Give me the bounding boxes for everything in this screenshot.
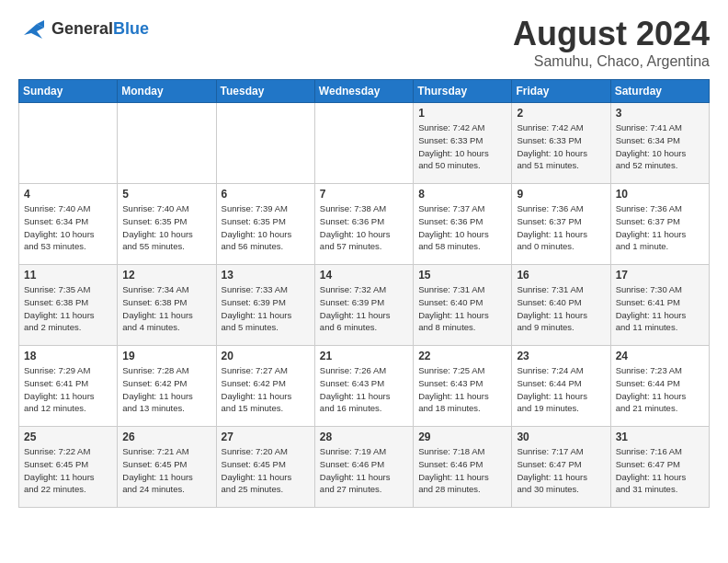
day-info: Sunrise: 7:19 AM Sunset: 6:46 PM Dayligh…: [320, 445, 408, 496]
calendar-cell: [216, 103, 314, 184]
day-info: Sunrise: 7:25 AM Sunset: 6:43 PM Dayligh…: [418, 364, 506, 415]
logo-general: General: [51, 19, 113, 38]
day-number: 5: [122, 188, 210, 201]
day-number: 29: [418, 431, 506, 443]
calendar-cell: [314, 103, 413, 184]
calendar-cell: 8Sunrise: 7:37 AM Sunset: 6:36 PM Daylig…: [414, 184, 512, 265]
day-number: 8: [418, 188, 506, 201]
calendar-cell: 20Sunrise: 7:27 AM Sunset: 6:42 PM Dayli…: [216, 346, 314, 427]
day-info: Sunrise: 7:28 AM Sunset: 6:42 PM Dayligh…: [122, 364, 210, 415]
day-info: Sunrise: 7:27 AM Sunset: 6:42 PM Dayligh…: [222, 364, 310, 415]
day-info: Sunrise: 7:24 AM Sunset: 6:44 PM Dayligh…: [517, 364, 605, 415]
day-info: Sunrise: 7:31 AM Sunset: 6:40 PM Dayligh…: [517, 283, 605, 334]
calendar-cell: 21Sunrise: 7:26 AM Sunset: 6:43 PM Dayli…: [314, 346, 413, 427]
calendar-cell: 5Sunrise: 7:40 AM Sunset: 6:35 PM Daylig…: [118, 184, 216, 265]
calendar-cell: 15Sunrise: 7:31 AM Sunset: 6:40 PM Dayli…: [414, 265, 512, 346]
calendar-cell: 25Sunrise: 7:22 AM Sunset: 6:45 PM Dayli…: [19, 427, 118, 508]
day-number: 14: [320, 269, 408, 282]
col-wednesday: Wednesday: [314, 80, 413, 103]
day-info: Sunrise: 7:34 AM Sunset: 6:38 PM Dayligh…: [122, 283, 210, 334]
col-friday: Friday: [512, 80, 610, 103]
calendar-cell: 2Sunrise: 7:42 AM Sunset: 6:33 PM Daylig…: [512, 103, 610, 184]
logo-blue: Blue: [113, 19, 149, 38]
day-number: 4: [24, 188, 112, 201]
calendar-cell: 7Sunrise: 7:38 AM Sunset: 6:36 PM Daylig…: [314, 184, 413, 265]
day-number: 2: [517, 107, 605, 120]
calendar-cell: 4Sunrise: 7:40 AM Sunset: 6:34 PM Daylig…: [19, 184, 118, 265]
calendar-cell: 18Sunrise: 7:29 AM Sunset: 6:41 PM Dayli…: [19, 346, 118, 427]
calendar-cell: 16Sunrise: 7:31 AM Sunset: 6:40 PM Dayli…: [512, 265, 610, 346]
day-number: 17: [616, 269, 704, 282]
title-block: August 2024 Samuhu, Chaco, Argentina: [513, 15, 710, 70]
calendar-body: 1Sunrise: 7:42 AM Sunset: 6:33 PM Daylig…: [19, 103, 710, 508]
logo-icon: [18, 15, 48, 44]
day-number: 11: [24, 269, 112, 282]
day-info: Sunrise: 7:36 AM Sunset: 6:37 PM Dayligh…: [517, 202, 605, 253]
calendar-cell: 22Sunrise: 7:25 AM Sunset: 6:43 PM Dayli…: [414, 346, 512, 427]
day-info: Sunrise: 7:23 AM Sunset: 6:44 PM Dayligh…: [616, 364, 704, 415]
calendar-cell: 14Sunrise: 7:32 AM Sunset: 6:39 PM Dayli…: [314, 265, 413, 346]
calendar-week-1: 1Sunrise: 7:42 AM Sunset: 6:33 PM Daylig…: [19, 103, 710, 184]
day-number: 12: [122, 269, 210, 282]
calendar-week-4: 18Sunrise: 7:29 AM Sunset: 6:41 PM Dayli…: [19, 346, 710, 427]
day-number: 15: [418, 269, 506, 282]
calendar-cell: 28Sunrise: 7:19 AM Sunset: 6:46 PM Dayli…: [314, 427, 413, 508]
calendar-cell: 26Sunrise: 7:21 AM Sunset: 6:45 PM Dayli…: [118, 427, 216, 508]
day-info: Sunrise: 7:38 AM Sunset: 6:36 PM Dayligh…: [320, 202, 408, 253]
calendar-cell: [19, 103, 118, 184]
col-sunday: Sunday: [19, 80, 118, 103]
day-number: 10: [616, 188, 704, 201]
day-info: Sunrise: 7:31 AM Sunset: 6:40 PM Dayligh…: [418, 283, 506, 334]
day-info: Sunrise: 7:42 AM Sunset: 6:33 PM Dayligh…: [517, 121, 605, 172]
day-info: Sunrise: 7:21 AM Sunset: 6:45 PM Dayligh…: [122, 445, 210, 496]
day-number: 21: [320, 350, 408, 362]
col-monday: Monday: [118, 80, 216, 103]
calendar-cell: 31Sunrise: 7:16 AM Sunset: 6:47 PM Dayli…: [610, 427, 709, 508]
calendar-cell: 27Sunrise: 7:20 AM Sunset: 6:45 PM Dayli…: [216, 427, 314, 508]
day-info: Sunrise: 7:30 AM Sunset: 6:41 PM Dayligh…: [616, 283, 704, 334]
calendar-cell: 23Sunrise: 7:24 AM Sunset: 6:44 PM Dayli…: [512, 346, 610, 427]
day-number: 18: [24, 350, 112, 362]
calendar-week-2: 4Sunrise: 7:40 AM Sunset: 6:34 PM Daylig…: [19, 184, 710, 265]
header-row: Sunday Monday Tuesday Wednesday Thursday…: [19, 80, 710, 103]
day-info: Sunrise: 7:36 AM Sunset: 6:37 PM Dayligh…: [616, 202, 704, 253]
day-number: 20: [222, 350, 310, 362]
day-info: Sunrise: 7:16 AM Sunset: 6:47 PM Dayligh…: [616, 445, 704, 496]
day-number: 7: [320, 188, 408, 201]
calendar-cell: 9Sunrise: 7:36 AM Sunset: 6:37 PM Daylig…: [512, 184, 610, 265]
day-number: 26: [122, 431, 210, 443]
svg-marker-1: [24, 24, 44, 39]
day-number: 25: [24, 431, 112, 443]
calendar-cell: 17Sunrise: 7:30 AM Sunset: 6:41 PM Dayli…: [610, 265, 709, 346]
day-number: 19: [122, 350, 210, 362]
col-tuesday: Tuesday: [216, 80, 314, 103]
location: Samuhu, Chaco, Argentina: [513, 53, 710, 70]
calendar-cell: 29Sunrise: 7:18 AM Sunset: 6:46 PM Dayli…: [414, 427, 512, 508]
day-info: Sunrise: 7:33 AM Sunset: 6:39 PM Dayligh…: [222, 283, 310, 334]
calendar-cell: 19Sunrise: 7:28 AM Sunset: 6:42 PM Dayli…: [118, 346, 216, 427]
calendar-week-3: 11Sunrise: 7:35 AM Sunset: 6:38 PM Dayli…: [19, 265, 710, 346]
day-info: Sunrise: 7:32 AM Sunset: 6:39 PM Dayligh…: [320, 283, 408, 334]
day-number: 9: [517, 188, 605, 201]
col-thursday: Thursday: [414, 80, 512, 103]
day-info: Sunrise: 7:35 AM Sunset: 6:38 PM Dayligh…: [24, 283, 112, 334]
day-number: 23: [517, 350, 605, 362]
day-info: Sunrise: 7:40 AM Sunset: 6:34 PM Dayligh…: [24, 202, 112, 253]
day-number: 16: [517, 269, 605, 282]
day-info: Sunrise: 7:42 AM Sunset: 6:33 PM Dayligh…: [418, 121, 506, 172]
calendar-cell: [118, 103, 216, 184]
day-number: 28: [320, 431, 408, 443]
day-info: Sunrise: 7:41 AM Sunset: 6:34 PM Dayligh…: [616, 121, 704, 172]
day-info: Sunrise: 7:39 AM Sunset: 6:35 PM Dayligh…: [222, 202, 310, 253]
col-saturday: Saturday: [610, 80, 709, 103]
day-info: Sunrise: 7:40 AM Sunset: 6:35 PM Dayligh…: [122, 202, 210, 253]
calendar-cell: 13Sunrise: 7:33 AM Sunset: 6:39 PM Dayli…: [216, 265, 314, 346]
day-number: 22: [418, 350, 506, 362]
month-year: August 2024: [513, 15, 710, 53]
day-info: Sunrise: 7:37 AM Sunset: 6:36 PM Dayligh…: [418, 202, 506, 253]
day-number: 13: [222, 269, 310, 282]
calendar-cell: 1Sunrise: 7:42 AM Sunset: 6:33 PM Daylig…: [414, 103, 512, 184]
calendar-cell: 12Sunrise: 7:34 AM Sunset: 6:38 PM Dayli…: [118, 265, 216, 346]
page: GeneralBlue August 2024 Samuhu, Chaco, A…: [0, 0, 728, 523]
day-info: Sunrise: 7:22 AM Sunset: 6:45 PM Dayligh…: [24, 445, 112, 496]
